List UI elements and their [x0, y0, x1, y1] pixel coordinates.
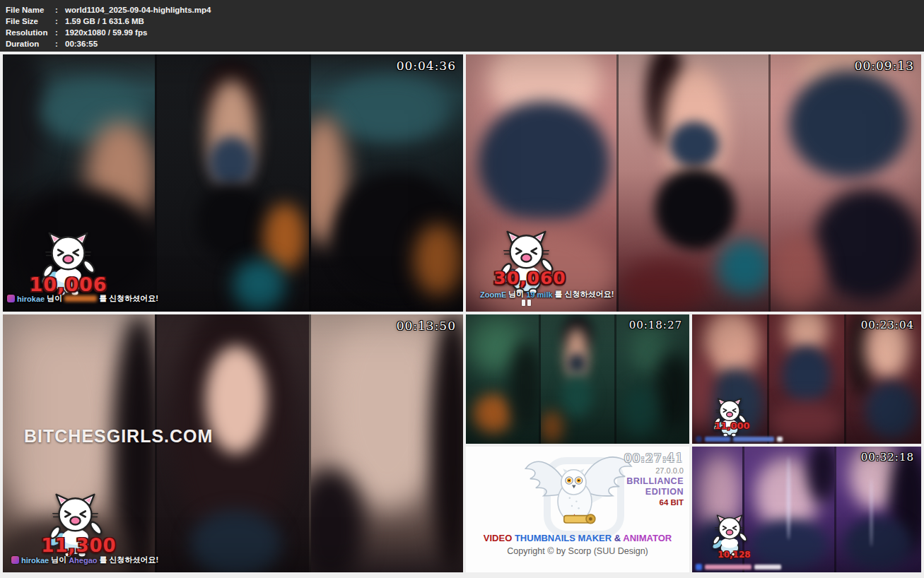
product-word-thumbnails-maker: THUMBNAILS MAKER: [515, 533, 612, 543]
resolution-label: Resolution: [6, 27, 55, 38]
scene-blob: [473, 394, 513, 433]
chat-badge-icon: [7, 295, 15, 302]
vtm-product-name: VIDEO THUMBNAILS MAKER & ANIMATOR: [466, 533, 689, 543]
scene-blob: [845, 517, 912, 570]
vtm-version-block: 27.0.0.0 BRILLIANCE EDITION 64 BIT: [626, 466, 684, 508]
scene-blob: [541, 411, 563, 444]
file-size-row: File Size:1.59 GB / 1 631.6 MB: [6, 16, 924, 27]
frame-panel: [616, 54, 769, 312]
scene-blob: [430, 314, 463, 572]
chat-suffix: 를 신청하셨어요!: [99, 555, 158, 565]
timestamp: 00:23:04: [861, 319, 914, 331]
blurred-text: [705, 437, 730, 442]
chat-gift: Ahegao: [69, 556, 97, 565]
scene-blob: [655, 167, 736, 249]
chat-badge-icon: [696, 436, 702, 442]
thumbnail-cell-1: 00:04:36 10,006 hirokae님이를 신청하셨어요!: [3, 54, 463, 312]
pause-icon: [522, 300, 531, 306]
chat-particle: 님이: [47, 293, 62, 304]
video-contact-sheet: File Name:world1104_2025-09-04-highlight…: [0, 0, 924, 578]
file-name-label: File Name: [6, 4, 55, 16]
chat-suffix: 를 신청하셨어요!: [99, 293, 158, 304]
scene-blob: [783, 346, 831, 405]
chat-line-blurred: [696, 564, 781, 570]
scene-blob: [489, 54, 602, 124]
file-info-header: File Name:world1104_2025-09-04-highlight…: [0, 0, 924, 52]
donation-count: 30,060: [479, 268, 581, 288]
chat-badge-icon: [696, 564, 702, 570]
chat-username: hirokae: [17, 295, 45, 303]
product-word-video: VIDEO: [484, 533, 512, 543]
scene-blob: [466, 314, 525, 372]
chat-line: hirokae님이Ahegao를 신청하셨어요!: [11, 555, 158, 565]
timestamp: 00:27:41: [624, 451, 684, 465]
product-word-amp: &: [614, 533, 621, 543]
frame-panel: [767, 314, 844, 444]
scene-blob: [752, 519, 826, 570]
timestamp: 00:09:13: [855, 59, 914, 73]
scene-blob: [309, 469, 364, 572]
scene-blob: [207, 80, 256, 188]
frame-panel: [155, 54, 309, 312]
timestamp: 00:32:18: [861, 451, 914, 464]
chat-username: hirokae: [21, 556, 49, 565]
file-size-value: 1.59 GB / 1 631.6 MB: [65, 16, 144, 27]
donation-count: 10,128: [701, 550, 768, 560]
frame-panel: [309, 314, 463, 572]
scene-blob: [414, 224, 463, 296]
duration-value: 00:36:55: [65, 38, 98, 49]
scene-blob: [233, 260, 285, 312]
scene-blob: [645, 54, 688, 147]
vtm-copyright: Copyright © by Scorp (SUU Design): [466, 546, 689, 556]
scene-blob: [656, 353, 689, 431]
donation-count: 11,300: [21, 535, 137, 556]
scene-blob: [755, 456, 819, 532]
frame-panel: [466, 314, 539, 444]
frame-panel: [768, 54, 921, 312]
chat-line-blurred: [696, 436, 783, 442]
file-name-value: world1104_2025-09-04-highlights.mp4: [65, 4, 211, 16]
frame-panel: [309, 54, 463, 312]
chat-gift: 19 milk: [526, 290, 552, 299]
scene-blob: [206, 346, 267, 454]
cat-mascot-icon: [709, 396, 750, 437]
scene-blob: [865, 382, 918, 439]
resolution-row: Resolution:1920x1080 / 59.99 fps: [6, 27, 924, 38]
thumbnail-cell-5: 00:23:04 11,000: [692, 314, 921, 444]
scene-blob: [203, 59, 261, 131]
scene-blob: [309, 116, 348, 244]
chat-particle: 님이: [508, 289, 524, 300]
scene-blob: [190, 510, 281, 572]
resolution-value: 1920x1080 / 59.99 fps: [65, 27, 147, 38]
chat-line: hirokae님이를 신청하셨어요!: [7, 293, 158, 304]
scene-blob: [619, 260, 709, 312]
frame-panel: [614, 314, 689, 444]
blurred-gift-text: [64, 295, 97, 302]
duration-label: Duration: [6, 38, 55, 49]
frame-panel: [844, 314, 921, 444]
scene-blob: [209, 136, 255, 188]
scene-blob: [478, 101, 610, 225]
scene-blob: [813, 188, 921, 301]
vtm-edition-line1: BRILLIANCE: [626, 476, 684, 487]
blurred-text: [733, 437, 774, 442]
scene-blob: [870, 478, 873, 548]
file-size-label: File Size: [6, 16, 55, 27]
donation-count: 11,000: [702, 420, 762, 431]
scene-blob: [561, 374, 592, 418]
blurred-text: [777, 437, 783, 442]
chat-badge-icon: [11, 556, 19, 564]
thumbnail-cell-7: 00:32:18 10,128: [692, 447, 921, 572]
product-word-animator: ANIMATOR: [623, 533, 672, 543]
thumbnail-cell-2: 00:09:13 30,060 ZoomE님이19 milk를 신청하셨어요!: [466, 54, 921, 312]
blurred-text: [754, 565, 781, 570]
duration-row: Duration:00:36:55: [6, 38, 924, 49]
vtm-64bit: 64 BIT: [626, 497, 684, 508]
scene-blob: [669, 122, 719, 168]
scene-blob: [718, 240, 768, 296]
file-name-row: File Name:world1104_2025-09-04-highlight…: [6, 4, 924, 16]
chat-username: ZoomE: [480, 290, 506, 299]
thumbnail-cell-3: 00:13:50 BITCHESGIRLS.COM 11,300 hirokae…: [3, 314, 463, 572]
scene-blob: [703, 314, 760, 379]
vtm-version: 27.0.0.0: [626, 466, 684, 476]
